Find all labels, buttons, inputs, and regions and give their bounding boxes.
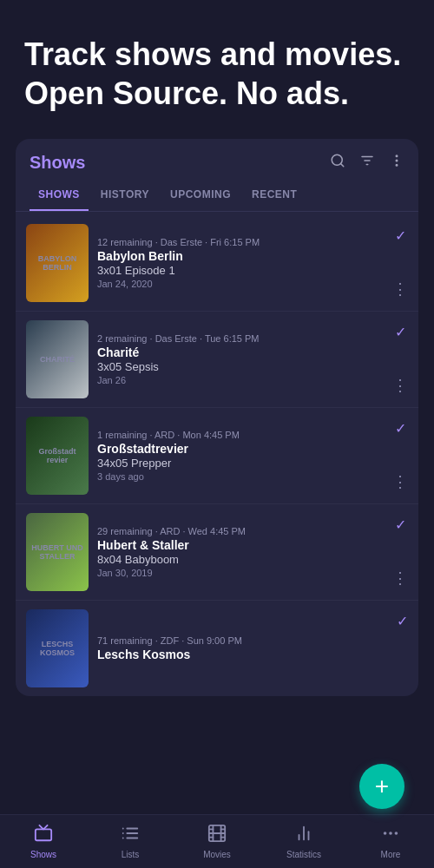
thumb-label: BABYLON BERLIN [26, 251, 89, 275]
nav-item-shows[interactable]: Shows [0, 824, 87, 859]
watched-check-icon[interactable]: ✓ [395, 420, 406, 437]
show-info: 71 remaining · ZDF · Sun 9:00 PM Leschs … [97, 609, 397, 687]
show-meta: 12 remaining · Das Erste · Fri 6:15 PM [97, 237, 392, 247]
show-meta: 71 remaining · ZDF · Sun 9:00 PM [97, 635, 397, 646]
show-date: Jan 26 [97, 375, 392, 385]
thumb-label: LESCHS KOSMOS [26, 636, 89, 661]
tab-history[interactable]: HISTORY [92, 180, 158, 211]
show-actions: ✓ ⋮ [392, 320, 408, 398]
svg-point-26 [385, 832, 386, 834]
thumb-label: Großstadt revier [26, 444, 89, 468]
item-overflow-icon[interactable]: ⋮ [392, 279, 408, 299]
nav-item-statistics[interactable]: Statistics [260, 824, 347, 859]
table-row[interactable]: LESCHS KOSMOS 71 remaining · ZDF · Sun 9… [16, 601, 418, 696]
filter-icon[interactable] [359, 153, 375, 173]
watched-check-icon[interactable]: ✓ [395, 227, 406, 244]
tab-upcoming[interactable]: UPCOMING [161, 180, 240, 211]
svg-point-27 [390, 832, 391, 834]
show-name: Großstadtrevier [97, 442, 392, 456]
add-show-fab[interactable]: + [359, 764, 404, 809]
tab-recent[interactable]: RECENT [243, 180, 306, 211]
hero-title: Track shows and movies. Open Source. No … [24, 35, 410, 113]
tabs-bar: SHOWS HISTORY UPCOMING RECENT [16, 180, 418, 212]
tab-shows[interactable]: SHOWS [30, 180, 89, 211]
table-row[interactable]: Großstadt revier 1 remaining · ARD · Mon… [16, 408, 418, 504]
nav-label-shows: Shows [30, 850, 56, 859]
show-info: 1 remaining · ARD · Mon 4:45 PM Großstad… [97, 417, 392, 495]
show-meta: 29 remaining · ARD · Wed 4:45 PM [97, 526, 392, 536]
watched-check-icon[interactable]: ✓ [395, 324, 406, 340]
show-episode: 3x01 Episode 1 [97, 264, 392, 277]
show-thumbnail: CHARITÉ [26, 320, 89, 398]
bar-chart-icon [294, 824, 313, 847]
show-thumbnail: BABYLON BERLIN [26, 224, 89, 302]
show-thumbnail: HUBERT UND STALLER [26, 513, 89, 591]
overflow-menu-icon[interactable] [389, 153, 404, 173]
show-list: BABYLON BERLIN 12 remaining · Das Erste … [16, 215, 418, 696]
nav-label-lists: Lists [122, 850, 140, 859]
item-overflow-icon[interactable]: ⋮ [392, 472, 408, 491]
show-date: Jan 24, 2020 [97, 279, 392, 289]
show-name: Charité [97, 345, 392, 359]
show-name: Hubert & Staller [97, 538, 392, 552]
table-row[interactable]: BABYLON BERLIN 12 remaining · Das Erste … [16, 215, 418, 312]
show-thumbnail: Großstadt revier [26, 417, 89, 495]
show-actions: ✓ ⋮ [392, 513, 408, 591]
more-horiz-icon [381, 824, 400, 847]
show-episode: 34x05 Prepper [97, 457, 392, 470]
nav-item-more[interactable]: More [347, 824, 434, 859]
svg-line-1 [340, 163, 343, 166]
watched-check-icon[interactable]: ✓ [395, 516, 406, 533]
app-card: Shows SHOWS HISTORY UPCOMING RECENT BABY… [16, 139, 418, 696]
nav-label-statistics: Statistics [286, 850, 321, 859]
show-actions: ✓ [397, 609, 408, 687]
thumb-label: HUBERT UND STALLER [26, 540, 89, 564]
table-row[interactable]: HUBERT UND STALLER 29 remaining · ARD · … [16, 504, 418, 601]
show-actions: ✓ ⋮ [392, 224, 408, 302]
item-overflow-icon[interactable]: ⋮ [392, 376, 408, 395]
show-meta: 1 remaining · ARD · Mon 4:45 PM [97, 430, 392, 440]
show-meta: 2 remaining · Das Erste · Tue 6:15 PM [97, 333, 392, 344]
show-name: Babylon Berlin [97, 249, 392, 263]
watched-check-icon[interactable]: ✓ [397, 613, 408, 629]
show-date: 3 days ago [97, 471, 392, 482]
show-info: 2 remaining · Das Erste · Tue 6:15 PM Ch… [97, 320, 392, 398]
plus-icon: + [375, 773, 389, 800]
card-icons [330, 153, 404, 173]
nav-label-more: More [381, 850, 401, 859]
table-row[interactable]: CHARITÉ 2 remaining · Das Erste · Tue 6:… [16, 312, 418, 408]
svg-point-7 [396, 165, 398, 167]
thumb-label: CHARITÉ [36, 352, 78, 367]
show-actions: ✓ ⋮ [392, 417, 408, 495]
list-icon [121, 824, 140, 847]
svg-point-5 [396, 155, 398, 157]
hero-section: Track shows and movies. Open Source. No … [0, 0, 434, 139]
bottom-navigation: Shows Lists Movies Statistics More [0, 814, 434, 868]
svg-rect-8 [36, 829, 51, 840]
nav-label-movies: Movies [203, 850, 231, 859]
svg-point-6 [396, 160, 398, 161]
nav-item-lists[interactable]: Lists [87, 824, 174, 859]
movie-icon [207, 824, 227, 847]
show-episode: 3x05 Sepsis [97, 360, 392, 373]
show-date: Jan 30, 2019 [97, 568, 392, 578]
show-name: Leschs Kosmos [97, 648, 397, 661]
card-title: Shows [30, 153, 330, 173]
nav-item-movies[interactable]: Movies [174, 824, 260, 859]
svg-point-28 [396, 832, 398, 834]
show-info: 29 remaining · ARD · Wed 4:45 PM Hubert … [97, 513, 392, 591]
search-icon[interactable] [330, 153, 345, 173]
show-thumbnail: LESCHS KOSMOS [26, 609, 89, 687]
card-header: Shows [16, 139, 418, 180]
show-episode: 8x04 Babyboom [97, 553, 392, 566]
item-overflow-icon[interactable]: ⋮ [392, 569, 408, 588]
tv-icon [34, 824, 53, 847]
show-info: 12 remaining · Das Erste · Fri 6:15 PM B… [97, 224, 392, 302]
